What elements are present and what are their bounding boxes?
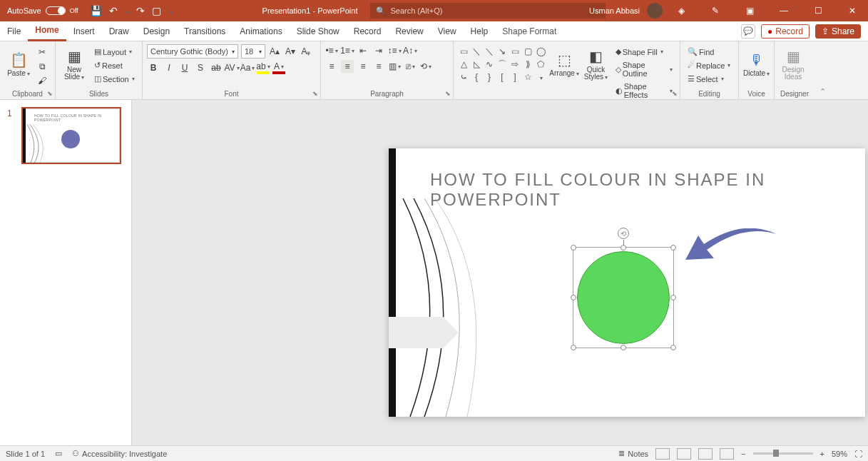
selection-box[interactable]: ⟲ — [573, 247, 674, 348]
shape-oval-icon[interactable]: ◯ — [535, 46, 546, 57]
autosave-toggle[interactable]: AutoSave Off — [0, 6, 86, 15]
shapes-more[interactable] — [535, 71, 546, 83]
replace-button[interactable]: ☄ Replace — [685, 59, 733, 71]
select-button[interactable]: ☰ Select — [685, 73, 733, 85]
change-case-button[interactable]: Aa — [241, 61, 254, 74]
paragraph-launcher[interactable]: ⬊ — [445, 90, 451, 97]
shape-brace-r-icon[interactable]: } — [484, 71, 495, 83]
quick-styles-button[interactable]: ◧ Quick Styles — [582, 43, 610, 86]
tab-shape-format[interactable]: Shape Format — [495, 22, 563, 41]
slide-count[interactable]: Slide 1 of 1 — [6, 450, 45, 458]
shape-line2-icon[interactable]: ＼ — [484, 46, 495, 57]
save-icon[interactable]: 💾 — [90, 5, 102, 16]
slide-panel[interactable]: 1 HOW TO FILL COLOUR IN SHAPE IN POWERPO… — [0, 100, 132, 445]
reading-view-button[interactable] — [698, 448, 713, 460]
align-center-button[interactable]: ≡ — [341, 60, 354, 73]
zoom-slider[interactable] — [753, 452, 813, 455]
collapse-ribbon-icon[interactable]: ⌃ — [820, 87, 826, 96]
share-button[interactable]: ⇪Share — [815, 24, 861, 39]
search-input[interactable]: 🔍 Search (Alt+Q) — [370, 3, 606, 19]
shape-arrowr-icon[interactable]: ⇨ — [509, 59, 521, 70]
shape-triangle-icon[interactable]: △ — [458, 59, 469, 70]
char-spacing-button[interactable]: AV — [225, 61, 238, 74]
copy-button[interactable]: ⧉ — [36, 60, 48, 73]
font-size-select[interactable]: 18▾ — [241, 44, 265, 59]
tab-record[interactable]: Record — [347, 22, 389, 41]
layout-button[interactable]: ▤ Layout — [91, 46, 138, 58]
slide-thumbnail-1[interactable]: HOW TO FILL COLOUR IN SHAPE IN POWERPOIN… — [21, 107, 121, 164]
reset-button[interactable]: ↺ Reset — [91, 59, 138, 71]
ribbon-display-icon[interactable]: ▣ — [734, 0, 765, 21]
font-launcher[interactable]: ⬊ — [312, 90, 318, 97]
shape-chevron-icon[interactable]: ⟫ — [522, 59, 533, 70]
shape-fill-button[interactable]: ◆ Shape Fill — [613, 46, 675, 58]
shape-brace-l-icon[interactable]: { — [471, 71, 482, 83]
shape-line-icon[interactable]: ＼ — [471, 46, 482, 57]
handle-b[interactable] — [621, 345, 626, 350]
slide[interactable]: HOW TO FILL COLOUR IN SHAPE IN POWERPOIN… — [389, 148, 865, 417]
font-color-button[interactable]: A — [272, 61, 285, 74]
clipboard-launcher[interactable]: ⬊ — [47, 90, 53, 97]
shape-bracket-l-icon[interactable]: [ — [496, 71, 508, 83]
accessibility-button[interactable]: ⚇ Accessibility: Investigate — [72, 449, 167, 458]
handle-tr[interactable] — [670, 245, 676, 250]
paste-button[interactable]: 📋 Paste — [4, 43, 33, 86]
tab-slideshow[interactable]: Slide Show — [290, 22, 347, 41]
tab-insert[interactable]: Insert — [66, 22, 102, 41]
bold-button[interactable]: B — [147, 61, 160, 74]
shape-rtriangle-icon[interactable]: ◺ — [471, 59, 482, 70]
align-right-button[interactable]: ≡ — [357, 60, 369, 73]
underline-button[interactable]: U — [178, 61, 191, 74]
shadow-button[interactable]: S — [194, 61, 207, 74]
handle-l[interactable] — [571, 295, 576, 300]
tab-animations[interactable]: Animations — [233, 22, 289, 41]
numbering-button[interactable]: 1≡ — [341, 44, 354, 57]
slide-heading[interactable]: HOW TO FILL COLOUR IN SHAPE IN POWERPOIN… — [430, 170, 851, 210]
shape-effects-button[interactable]: ◐ Shape Effects — [613, 81, 675, 101]
comments-button[interactable]: 💬 — [741, 24, 755, 39]
shape-textbox-icon[interactable]: ▭ — [458, 46, 469, 57]
line-spacing-button[interactable]: ↕≡ — [388, 44, 401, 57]
shape-pentagon-icon[interactable]: ⬠ — [535, 59, 546, 70]
notes-button[interactable]: ≣Notes — [618, 449, 648, 458]
toggle-switch[interactable] — [46, 6, 66, 15]
redo-icon[interactable]: ↷ — [136, 5, 145, 16]
shape-star-icon[interactable]: ☆ — [522, 71, 533, 83]
clear-format-button[interactable]: Aᵩ — [300, 45, 312, 58]
shape-roundrect-icon[interactable]: ▢ — [522, 46, 533, 57]
dictate-button[interactable]: 🎙 Dictate — [743, 43, 770, 86]
slideshow-view-button[interactable] — [720, 448, 734, 460]
align-left-button[interactable]: ≡ — [325, 60, 338, 73]
slideshow-start-icon[interactable]: ▢ — [152, 5, 161, 16]
decrease-indent-button[interactable]: ⇤ — [357, 44, 369, 57]
tab-home[interactable]: Home — [28, 21, 66, 41]
bullets-button[interactable]: •≡ — [325, 44, 338, 57]
shape-arc-icon[interactable]: ⌒ — [496, 59, 508, 70]
new-slide-button[interactable]: ▦ New Slide — [60, 43, 88, 86]
align-text-button[interactable]: ⎚ — [404, 60, 417, 73]
handle-br[interactable] — [670, 345, 676, 350]
pen-icon[interactable]: ✎ — [700, 0, 731, 21]
tab-view[interactable]: View — [431, 22, 464, 41]
tab-review[interactable]: Review — [388, 22, 430, 41]
handle-t[interactable] — [621, 245, 626, 250]
maximize-button[interactable]: ☐ — [802, 0, 834, 21]
handle-bl[interactable] — [571, 345, 576, 350]
rotate-handle[interactable]: ⟲ — [618, 228, 629, 239]
tab-transitions[interactable]: Transitions — [177, 22, 233, 41]
highlight-button[interactable]: ab — [257, 61, 270, 74]
handle-r[interactable] — [670, 295, 676, 300]
design-ideas-button[interactable]: ▦ Design Ideas — [779, 43, 807, 86]
format-painter-button[interactable]: 🖌 — [36, 74, 48, 87]
italic-button[interactable]: I — [163, 61, 175, 74]
justify-button[interactable]: ≡ — [372, 60, 385, 73]
minimize-button[interactable]: — — [768, 0, 800, 21]
tab-design[interactable]: Design — [136, 22, 177, 41]
shape-outline-button[interactable]: ◇ Shape Outline — [613, 59, 675, 79]
qat-customize[interactable] — [168, 5, 173, 16]
language-icon[interactable]: ▭ — [55, 449, 62, 458]
close-button[interactable]: ✕ — [837, 0, 868, 21]
undo-icon[interactable]: ↶ — [109, 5, 118, 16]
avatar[interactable] — [647, 3, 663, 19]
strike-button[interactable]: ab — [210, 61, 223, 74]
